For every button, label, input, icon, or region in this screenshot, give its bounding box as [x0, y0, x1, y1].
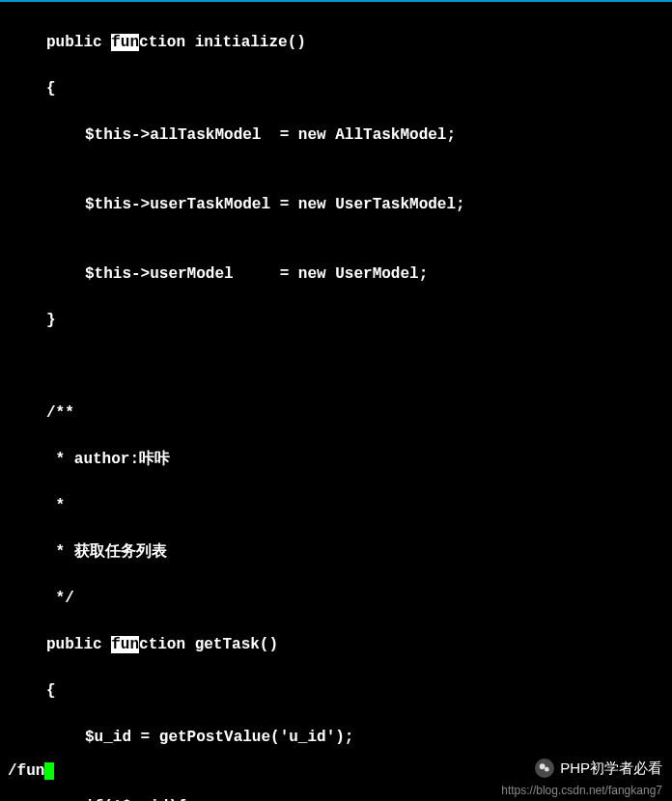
code-line: * 获取任务列表	[0, 540, 672, 564]
code-line: $u_id = getPostValue('u_id');	[0, 726, 672, 749]
code-editor[interactable]: public function initialize() { $this->al…	[0, 2, 672, 801]
search-highlight: fun	[111, 34, 139, 51]
search-command-bar[interactable]: /fun	[8, 762, 54, 780]
code-line: */	[0, 587, 672, 610]
watermark-url: https://blog.csdn.net/fangkang7	[501, 784, 662, 797]
code-line: * author:咔咔	[0, 448, 672, 471]
code-line: public function initialize()	[0, 31, 672, 54]
watermark-text: PHP初学者必看	[560, 760, 662, 778]
code-line: *	[0, 494, 672, 517]
code-line: }	[0, 309, 672, 332]
code-line: {	[0, 77, 672, 100]
code-line: $this->userModel = new UserModel;	[0, 262, 672, 286]
code-line: $this->userTaskModel = new UserTaskModel…	[0, 193, 672, 216]
code-line: $this->allTaskModel = new AllTaskModel;	[0, 124, 672, 147]
code-line: {	[0, 679, 672, 703]
search-highlight: fun	[111, 636, 139, 653]
wechat-icon	[535, 759, 554, 778]
watermark: PHP初学者必看	[535, 759, 662, 778]
cursor	[44, 762, 54, 780]
svg-point-1	[545, 767, 549, 772]
code-line: public function getTask()	[0, 633, 672, 656]
search-text: /fun	[8, 762, 44, 780]
svg-point-0	[540, 763, 546, 769]
code-line: /**	[0, 401, 672, 425]
